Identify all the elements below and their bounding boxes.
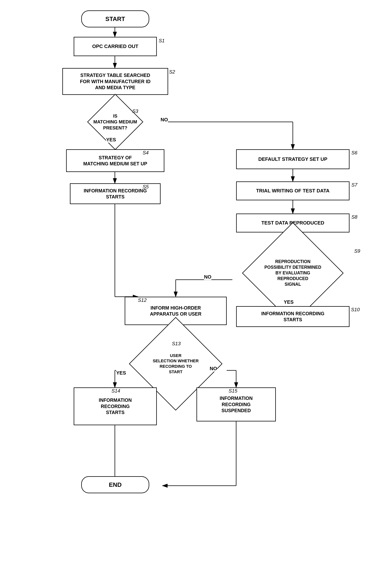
end-node: END [81, 476, 149, 493]
s9-no-label: NO [204, 274, 211, 280]
s12-label: S12 [138, 297, 147, 303]
s4-node: STRATEGY OFMATCHING MEDIUM SET UP [66, 149, 164, 172]
s4-label: S4 [143, 150, 149, 156]
s7-label: S7 [351, 182, 357, 188]
s8-label: S8 [351, 214, 357, 220]
s15-label: S15 [229, 388, 237, 394]
s13-node: USERSELECTION WHETHERRECORDING TOSTART [125, 340, 227, 387]
s9-node: REPRODUCTIONPOSSIBILITY DETERMINEDBY EVA… [232, 248, 353, 298]
s13-no-label: NO [210, 366, 217, 371]
flowchart: START OPC CARRIED OUT S1 STRATEGY TABLE … [0, 0, 392, 566]
s9-label: S9 [354, 248, 360, 254]
s3-yes-label: YES [106, 137, 116, 143]
s13-label: S13 [172, 341, 181, 347]
s10-label: S10 [351, 307, 360, 312]
s3-node: ISMATCHING MEDIUMPRESENT? [68, 108, 162, 136]
s1-node: OPC CARRIED OUT [74, 37, 157, 56]
start-node: START [81, 10, 149, 28]
s5-label: S5 [143, 184, 149, 190]
s2-label: S2 [169, 69, 175, 75]
s1-label: S1 [159, 38, 165, 44]
s2-node: STRATEGY TABLE SEARCHEDFOR WITH MANUFACT… [62, 68, 168, 95]
s9-yes-label: YES [284, 299, 294, 305]
s7-node: TRIAL WRITING OF TEST DATA [236, 182, 350, 200]
s13-yes-label: YES [116, 370, 126, 376]
s10-node: INFORMATION RECORDINGSTARTS [236, 306, 350, 327]
s6-label: S6 [351, 150, 357, 156]
s14-label: S14 [112, 388, 120, 394]
s3-no-label: NO [161, 117, 168, 123]
s6-node: DEFAULT STRATEGY SET UP [236, 149, 350, 169]
